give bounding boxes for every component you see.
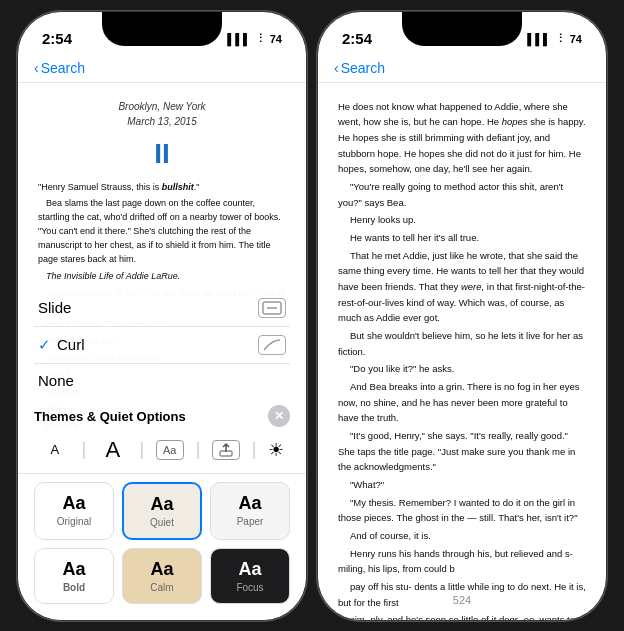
close-button[interactable]: ✕ (268, 405, 290, 427)
quiet-options-label: Quiet Options (100, 409, 186, 424)
read-para-3: Henry looks up. (338, 212, 586, 228)
theme-calm[interactable]: Aa Calm (122, 548, 202, 604)
read-para-6: But she wouldn't believe him, so he lets… (338, 328, 586, 359)
time-right: 2:54 (342, 30, 372, 47)
curl-icon (258, 335, 286, 355)
back-button-right[interactable]: ‹ Search (334, 60, 385, 76)
nav-bar-right: ‹ Search (318, 56, 606, 83)
themes-title: Themes & (34, 409, 100, 424)
right-phone: 2:54 ▌▌▌ ⋮ 74 ‹ Search He does not kno (317, 11, 607, 621)
theme-original[interactable]: Aa Original (34, 482, 114, 540)
signal-icon: ▌▌▌ (227, 33, 250, 45)
theme-quiet-label: Quiet (150, 517, 174, 528)
phones-container: 2:54 ▌▌▌ ⋮ 74 ‹ Search Brooklyn, New Y (17, 11, 607, 621)
theme-focus[interactable]: Aa Focus (210, 548, 290, 604)
read-para-9: "It's good, Henry," she says. "It's real… (338, 428, 586, 475)
theme-bold-label: Bold (63, 582, 85, 593)
theme-calm-aa: Aa (150, 559, 173, 580)
slide-options: Slide ✓ Curl None (18, 284, 306, 401)
themes-header: Themes & Quiet Options ✕ (18, 401, 306, 429)
font-sep-4: | (252, 439, 257, 460)
read-para-10: "What?" (338, 477, 586, 493)
chapter-number: II (38, 133, 286, 175)
theme-bold-aa: Aa (62, 559, 85, 580)
slide-icon (258, 298, 286, 318)
theme-paper-label: Paper (237, 516, 264, 527)
time-left: 2:54 (42, 30, 72, 47)
theme-original-label: Original (57, 516, 91, 527)
read-para-8: And Bea breaks into a grin. There is no … (338, 379, 586, 426)
share-icon[interactable] (212, 440, 240, 460)
read-para-5: That he met Addie, just like he wrote, t… (338, 248, 586, 326)
font-increase-button[interactable]: A (98, 435, 128, 465)
option-curl[interactable]: ✓ Curl (34, 327, 290, 364)
theme-bold[interactable]: Aa Bold (34, 548, 114, 604)
theme-paper[interactable]: Aa Paper (210, 482, 290, 540)
wifi-icon: ⋮ (255, 32, 266, 45)
status-icons-right: ▌▌▌ ⋮ 74 (527, 32, 582, 45)
chevron-left-icon-right: ‹ (334, 60, 339, 76)
option-none[interactable]: None (34, 364, 290, 397)
nav-bar-left: ‹ Search (18, 56, 306, 83)
battery-icon-right: 74 (570, 33, 582, 45)
book-para-1: "Henry Samuel Strauss, this is bullshit.… (38, 181, 286, 195)
font-decrease-button[interactable]: A (40, 435, 70, 465)
reading-content: He does not know what happened to Addie,… (318, 83, 606, 620)
read-para-13: Henry runs his h­ands through his, but r… (338, 546, 586, 577)
theme-quiet[interactable]: Aa Quiet (122, 482, 202, 540)
theme-calm-label: Calm (150, 582, 173, 593)
svg-text:Aa: Aa (163, 444, 177, 456)
wifi-icon-right: ⋮ (555, 32, 566, 45)
read-para-11: "My thesis. Remember? I wanted to do it … (338, 495, 586, 526)
option-slide-label: Slide (38, 299, 71, 316)
read-para-4: He wants to tell her it's all true. (338, 230, 586, 246)
font-sep-1: | (82, 439, 87, 460)
brightness-icon[interactable]: ☀ (268, 439, 284, 461)
notch (102, 12, 222, 46)
book-para-2: Bea slams the last page down on the coff… (38, 197, 286, 267)
chevron-left-icon: ‹ (34, 60, 39, 76)
font-sep-3: | (196, 439, 201, 460)
read-para-1: He does not know what happened to Addie,… (338, 99, 586, 177)
theme-focus-aa: Aa (238, 559, 261, 580)
theme-grid: Aa Original Aa Quiet Aa Paper Aa Bold (18, 474, 306, 610)
read-para-2: "You're really going to method actor thi… (338, 179, 586, 210)
option-slide[interactable]: Slide (34, 290, 290, 327)
back-label-right: Search (341, 60, 385, 76)
overlay-panel: Slide ✓ Curl None (18, 284, 306, 620)
read-para-7: "Do you like it?" he asks. (338, 361, 586, 377)
theme-focus-label: Focus (236, 582, 263, 593)
status-icons-left: ▌▌▌ ⋮ 74 (227, 32, 282, 45)
battery-icon: 74 (270, 33, 282, 45)
left-phone: 2:54 ▌▌▌ ⋮ 74 ‹ Search Brooklyn, New Y (17, 11, 307, 621)
option-none-label: None (38, 372, 74, 389)
read-para-12: And of course, it is. (338, 528, 586, 544)
option-curl-label: Curl (57, 336, 85, 353)
theme-quiet-aa: Aa (150, 494, 173, 515)
font-controls: A | A | Aa | | ☀ (18, 429, 306, 474)
back-label-left: Search (41, 60, 85, 76)
signal-icon-right: ▌▌▌ (527, 33, 550, 45)
font-icon[interactable]: Aa (156, 440, 184, 460)
notch-right (402, 12, 522, 46)
back-button-left[interactable]: ‹ Search (34, 60, 85, 76)
book-para-3: The Invisible Life of Addie LaRue. (38, 270, 286, 284)
book-location: Brooklyn, New YorkMarch 13, 2015 (38, 99, 286, 129)
theme-original-aa: Aa (62, 493, 85, 514)
theme-paper-aa: Aa (238, 493, 261, 514)
read-para-15: sim- ply, and he's seen so little of it … (338, 612, 586, 619)
page-number: 524 (318, 594, 606, 606)
font-sep-2: | (140, 439, 145, 460)
